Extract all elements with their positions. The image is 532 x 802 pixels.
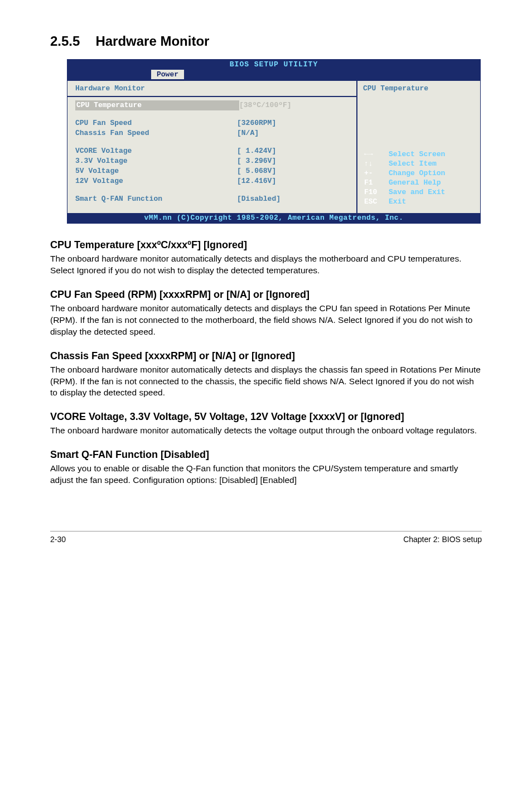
bios-right-pane: CPU Temperature ←→Select Screen↑↓Select … xyxy=(357,81,480,213)
bios-help-line: F10Save and Exit xyxy=(364,187,445,197)
bios-setting-row[interactable]: CPU Temperature[38ºC/100ºF] xyxy=(75,100,349,110)
section-title: Hardware Monitor xyxy=(95,33,209,49)
bios-setting-value: [3260RPM] xyxy=(237,118,276,128)
subsection-heading: CPU Temperature [xxxºC/xxxºF] [Ignored] xyxy=(50,239,482,251)
bios-help-key: ESC xyxy=(364,197,389,206)
bios-utility-title: BIOS SETUP UTILITY xyxy=(230,60,318,69)
bios-help-key: F10 xyxy=(364,187,389,197)
bios-copyright-footer: vMM.nn (C)Copyright 1985-2002, American … xyxy=(67,213,480,223)
bios-help-text: Change Option xyxy=(389,168,445,178)
subsection-heading: CPU Fan Speed (RPM) [xxxxRPM] or [N/A] o… xyxy=(50,289,482,301)
bios-help-text: Exit xyxy=(389,197,406,206)
bios-setting-label: CPU Fan Speed xyxy=(75,118,237,128)
bios-help-line: ESCExit xyxy=(364,197,445,206)
bios-setting-row[interactable]: Smart Q-FAN Function[Disabled] xyxy=(75,194,349,204)
bios-help-text: General Help xyxy=(389,178,441,187)
bios-setting-label: Chassis Fan Speed xyxy=(75,128,237,138)
subsection-heading: VCORE Voltage, 3.3V Voltage, 5V Voltage,… xyxy=(50,411,482,423)
bios-setting-value: [Disabled] xyxy=(237,194,280,204)
bios-titlebar: BIOS SETUP UTILITY xyxy=(67,60,480,70)
section-heading: 2.5.5Hardware Monitor xyxy=(50,33,482,49)
bios-setting-label: VCORE Voltage xyxy=(75,146,237,156)
bios-help-key: +- xyxy=(364,168,389,178)
bios-help-line: F1General Help xyxy=(364,178,445,187)
bios-setting-row[interactable]: 3.3V Voltage[ 3.296V] xyxy=(75,156,349,166)
subsection-heading: Smart Q-FAN Function [Disabled] xyxy=(50,449,482,461)
bios-setting-row[interactable]: 5V Voltage[ 5.068V] xyxy=(75,166,349,176)
bios-setting-row[interactable]: VCORE Voltage[ 1.424V] xyxy=(75,146,349,156)
bios-setting-value: [N/A] xyxy=(237,128,259,138)
bios-help-key: ↑↓ xyxy=(364,159,389,168)
bios-help-text: Select Item xyxy=(389,159,437,168)
bios-setting-label: Smart Q-FAN Function xyxy=(75,194,237,204)
subsection-heading: Chassis Fan Speed [xxxxRPM] or [N/A] or … xyxy=(50,350,482,362)
page-number: 2-30 xyxy=(50,535,66,544)
bios-setting-value: [12.416V] xyxy=(237,176,276,186)
bios-help-key: ←→ xyxy=(364,149,389,159)
bios-help-text: Save and Exit xyxy=(389,187,445,197)
section-number: 2.5.5 xyxy=(50,33,80,49)
bios-help-line: ←→Select Screen xyxy=(364,149,445,159)
bios-setting-label: 5V Voltage xyxy=(75,166,237,176)
bios-setting-value: [ 5.068V] xyxy=(237,166,276,176)
bios-help-key: F1 xyxy=(364,178,389,187)
bios-setting-label: 12V Voltage xyxy=(75,176,237,186)
subsection-body: The onboard hardware monitor automatical… xyxy=(50,303,482,338)
chapter-label: Chapter 2: BIOS setup xyxy=(403,535,482,544)
bios-left-pane: Hardware Monitor CPU Temperature[38ºC/10… xyxy=(67,81,357,213)
bios-setting-row[interactable]: Chassis Fan Speed[N/A] xyxy=(75,128,349,138)
bios-screenshot: BIOS SETUP UTILITY Power Hardware Monito… xyxy=(67,59,482,224)
bios-help-keys: ←→Select Screen↑↓Select Item+-Change Opt… xyxy=(364,149,445,206)
bios-left-pane-title: Hardware Monitor xyxy=(67,81,356,97)
subsection-body: The onboard hardware monitor automatical… xyxy=(50,425,482,437)
bios-setting-label: 3.3V Voltage xyxy=(75,156,237,166)
subsection-body: Allows you to enable or disable the Q-Fa… xyxy=(50,463,482,486)
bios-help-line: ↑↓Select Item xyxy=(364,159,445,168)
bios-tabstrip: Power xyxy=(67,70,480,81)
bios-active-tab[interactable]: Power xyxy=(151,70,184,79)
bios-right-pane-title: CPU Temperature xyxy=(357,81,480,96)
bios-setting-label: CPU Temperature xyxy=(75,100,239,110)
bios-setting-value: [ 1.424V] xyxy=(237,146,276,156)
bios-setting-row[interactable]: CPU Fan Speed[3260RPM] xyxy=(75,118,349,128)
bios-help-line: +-Change Option xyxy=(364,168,445,178)
bios-setting-value: [38ºC/100ºF] xyxy=(239,100,292,110)
page-footer: 2-30 Chapter 2: BIOS setup xyxy=(50,531,482,544)
bios-help-text: Select Screen xyxy=(389,149,445,159)
bios-setting-value: [ 3.296V] xyxy=(237,156,276,166)
bios-setting-row[interactable]: 12V Voltage[12.416V] xyxy=(75,176,349,186)
subsection-body: The onboard hardware monitor automatical… xyxy=(50,364,482,399)
subsection-body: The onboard hardware monitor automatical… xyxy=(50,253,482,277)
